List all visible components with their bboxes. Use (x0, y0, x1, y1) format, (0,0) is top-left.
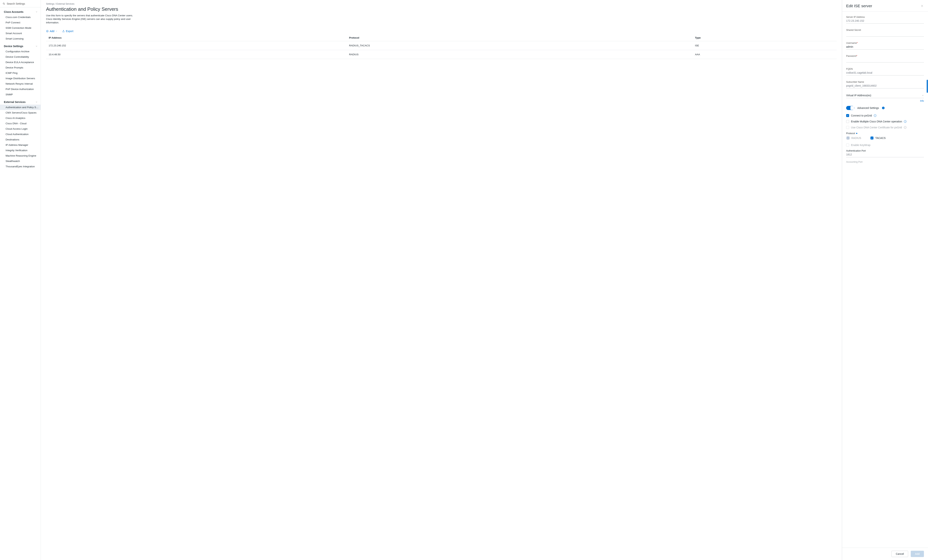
sidebar-item-cisco-credentials[interactable]: Cisco.com Credentials (0, 14, 41, 20)
advanced-settings-label: Advanced Settings (857, 107, 879, 110)
checkbox-icon (846, 114, 849, 117)
table-cell-protocol: RADIUS (346, 50, 693, 59)
breadcrumb: Settings / External Services (46, 3, 837, 5)
sidebar-section-label: External Services (4, 100, 26, 103)
table-header-ip[interactable]: IP Address (46, 35, 346, 41)
sidebar-item-device-controllability[interactable]: Device Controllability (0, 54, 41, 59)
breadcrumb-settings[interactable]: Settings (46, 3, 54, 5)
breadcrumb-separator: / (55, 3, 56, 5)
checkbox-label: Enable KeyWrap (851, 143, 870, 146)
sidebar-item-integrity-verification[interactable]: Integrity Verification (0, 148, 41, 153)
sidebar-item-ai-analytics[interactable]: Cisco AI Analytics (0, 116, 41, 121)
chevron-down-icon (35, 101, 38, 103)
sidebar-item-device-prompts[interactable]: Device Prompts (0, 65, 41, 70)
plus-circle-icon (46, 30, 49, 32)
table-header-protocol[interactable]: Protocol (346, 35, 693, 41)
close-icon[interactable] (920, 5, 923, 8)
checkbox-label: TACACS (875, 137, 886, 140)
servers-table: IP Address Protocol Type 172.23.240.152 … (46, 35, 837, 59)
sidebar-section-label: Cisco Accounts (4, 11, 23, 13)
sidebar-item-device-eula[interactable]: Device EULA Acceptance (0, 59, 41, 65)
sidebar-item-icmp-ping[interactable]: ICMP Ping (0, 70, 41, 76)
checkbox-label: Use Cisco DNA Center Certificate for pxG… (851, 126, 902, 129)
chevron-down-icon (55, 30, 57, 32)
settings-sidebar: Cisco Accounts Cisco.com Credentials PnP… (0, 0, 41, 560)
table-row[interactable]: 10.4.48.50 RADIUS AAA (46, 50, 837, 59)
main-content: Settings / External Services Authenticat… (41, 0, 842, 560)
sidebar-item-machine-reasoning[interactable]: Machine Reasoning Engine (0, 153, 41, 158)
breadcrumb-external-services[interactable]: External Services (56, 3, 75, 5)
table-cell-ip: 172.23.240.152 (46, 41, 346, 50)
sidebar-item-cloud-access-login[interactable]: Cloud Access Login (0, 126, 41, 131)
sidebar-section-device-settings[interactable]: Device Settings (0, 43, 41, 49)
protocol-section-label: Protocol (846, 132, 924, 135)
checkbox-label: RADIUS (851, 137, 861, 140)
table-cell-protocol: RADIUS_TACACS (346, 41, 693, 50)
edit-ise-panel: Edit ISE server Server IP Address 172.23… (842, 0, 928, 560)
sidebar-item-cloud-authentication[interactable]: Cloud Authentication (0, 131, 41, 137)
password-input[interactable] (846, 58, 924, 62)
add-button[interactable]: Add (911, 551, 924, 557)
sidebar-item-ip-address-manager[interactable]: IP Address Manager (0, 142, 41, 148)
export-button[interactable]: Export (62, 30, 73, 33)
checkbox-multi-dnac[interactable]: Enable Multiple Cisco DNA Center operati… (846, 120, 924, 123)
svg-line-1 (4, 4, 5, 5)
sidebar-item-auth-policy-servers[interactable]: Authentication and Policy Serv... (0, 105, 41, 110)
info-icon[interactable]: i (904, 120, 907, 123)
username-input[interactable]: admin (846, 45, 924, 50)
checkbox-connect-pxgrid[interactable]: Connect to pxGrid i (846, 114, 924, 117)
export-label: Export (66, 30, 73, 33)
table-header-type[interactable]: Type (693, 35, 837, 41)
search-icon (3, 2, 5, 5)
chevron-down-icon (922, 94, 924, 96)
sidebar-item-smart-licensing[interactable]: Smart Licensing (0, 36, 41, 41)
panel-title: Edit ISE server (846, 4, 872, 8)
search-input[interactable] (7, 2, 38, 5)
checkbox-label: Connect to pxGrid (851, 114, 872, 117)
advanced-settings-toggle[interactable] (846, 106, 854, 110)
virtual-ip-dropdown[interactable]: Virtual IP Address(es) (846, 94, 924, 98)
sidebar-item-destinations[interactable]: Destinations (0, 137, 41, 142)
checkbox-radius: RADIUS (847, 137, 861, 140)
add-label: Add (50, 30, 54, 33)
info-link[interactable]: Info (846, 100, 924, 102)
cancel-button[interactable]: Cancel (891, 551, 908, 557)
sidebar-item-cmx-servers[interactable]: CMX Servers/Cisco Spaces (0, 110, 41, 116)
sidebar-item-ssm-connection[interactable]: SSM Connection Mode (0, 25, 41, 30)
info-icon[interactable]: i (874, 114, 876, 117)
sidebar-section-label: Device Settings (4, 45, 23, 48)
checkbox-tacacs[interactable]: TACACS (870, 137, 886, 140)
page-description: Use this form to specify the servers tha… (46, 14, 135, 24)
sidebar-item-thousandeyes[interactable]: ThousandEyes Integration (0, 164, 41, 169)
field-label-fqdn: FQDN (846, 68, 924, 70)
table-cell-type: AAA (693, 50, 837, 59)
field-label-password: Password* (846, 55, 924, 57)
field-label-server-ip: Server IP Address (846, 16, 924, 18)
field-value-server-ip: 172.23.240.152 (846, 19, 924, 24)
checkbox-label: Enable Multiple Cisco DNA Center operati… (851, 120, 902, 123)
sidebar-item-smart-account[interactable]: Smart Account (0, 30, 41, 36)
sidebar-item-pnp-connect[interactable]: PnP Connect (0, 20, 41, 25)
sidebar-item-image-distribution[interactable]: Image Distribution Servers (0, 76, 41, 81)
field-label-shared-secret: Shared Secret (846, 29, 924, 31)
sidebar-item-pnp-device-auth[interactable]: PnP Device Authorization (0, 87, 41, 92)
sidebar-section-cisco-accounts[interactable]: Cisco Accounts (0, 9, 41, 14)
virtual-ip-label: Virtual IP Address(es) (846, 94, 871, 97)
sidebar-item-stealthwatch[interactable]: Stealthwatch (0, 158, 41, 164)
add-button[interactable]: Add (46, 30, 57, 33)
sidebar-item-config-archive[interactable]: Configuration Archive (0, 49, 41, 54)
sidebar-section-external-services[interactable]: External Services (0, 99, 41, 105)
field-label-username: Username* (846, 42, 924, 44)
sidebar-item-snmp[interactable]: SNMP (0, 92, 41, 97)
shared-secret-input[interactable] (846, 32, 924, 37)
sidebar-item-network-resync[interactable]: Network Resync Interval (0, 81, 41, 87)
checkbox-icon (846, 143, 849, 146)
scrollbar-thumb[interactable] (927, 80, 928, 93)
field-label-subscriber: Subscriber Name (846, 81, 924, 83)
field-label-auth-port: Authentication Port (846, 149, 924, 152)
checkbox-icon (847, 137, 850, 140)
table-row[interactable]: 172.23.240.152 RADIUS_TACACS ISE (46, 41, 837, 50)
sidebar-item-dna-cloud[interactable]: Cisco DNA - Cloud (0, 121, 41, 126)
checkbox-keywrap: Enable KeyWrap (846, 143, 924, 146)
info-icon[interactable]: i (882, 107, 885, 109)
